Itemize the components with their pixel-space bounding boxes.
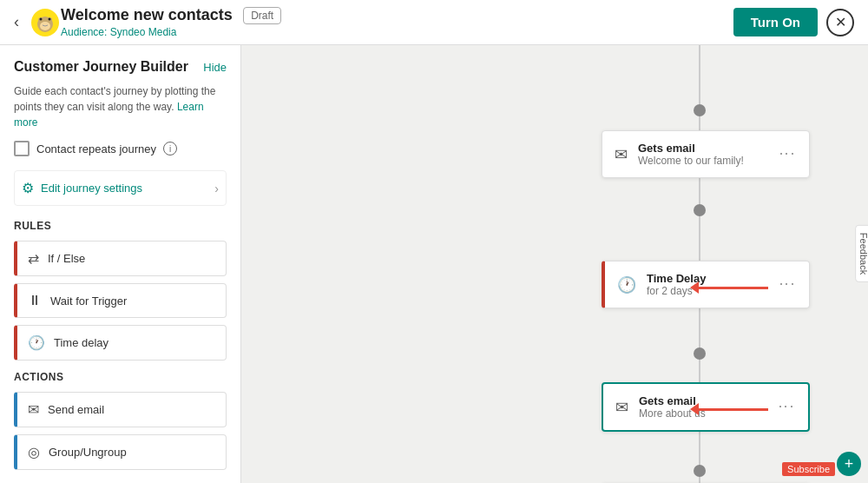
clock-icon-1: 🕐 (617, 275, 636, 294)
audience-link[interactable]: Syndeo Media (110, 26, 177, 38)
wait-for-trigger-rule[interactable]: ⏸ Wait for Trigger (14, 283, 227, 318)
svg-point-5 (40, 17, 43, 20)
journey-canvas: ✉ Gets email Welcome to our family! ⋮ 🕐 … (241, 45, 868, 483)
contact-repeats-label: Contact repeats journey (36, 142, 156, 155)
node-text-1: Gets email Welcome to our family! (638, 142, 767, 167)
node-gets-email-1[interactable]: ✉ Gets email Welcome to our family! ⋮ (602, 130, 810, 178)
hide-sidebar-button[interactable]: Hide (203, 61, 227, 74)
node-menu-3[interactable]: ⋮ (777, 399, 796, 415)
sidebar-title: Customer Journey Builder (14, 59, 188, 75)
page-title: Welcome new contacts (61, 6, 233, 23)
group-ungroup-action[interactable]: ◎ Group/Ungroup (14, 434, 227, 470)
app-header: ‹ Welcome new contacts Draft Audience: S… (0, 0, 868, 45)
audience-info: Audience: Syndeo Media (61, 26, 733, 38)
arrow-line-2 (699, 408, 768, 411)
if-else-icon: ⇄ (28, 250, 39, 267)
sidebar: Customer Journey Builder Hide Guide each… (0, 45, 241, 483)
if-else-rule[interactable]: ⇄ If / Else (14, 241, 227, 276)
node-subtitle-1: Welcome to our family! (638, 155, 767, 167)
send-email-icon: ✉ (28, 401, 39, 418)
arrow-indicator-1 (690, 281, 768, 294)
connector-dot-1 (694, 104, 706, 116)
gear-icon: ⚙ (22, 180, 34, 196)
time-delay-rule[interactable]: 🕐 Time delay (14, 325, 227, 361)
arrow-indicator-2 (690, 403, 768, 415)
info-icon[interactable]: i (163, 142, 177, 155)
draft-badge: Draft (243, 7, 281, 24)
contact-repeats-option: Contact repeats journey i (14, 141, 227, 156)
node-title-1: Gets email (638, 142, 767, 155)
journey-settings-label: Edit journey settings (41, 182, 207, 195)
send-email-action[interactable]: ✉ Send email (14, 392, 227, 427)
back-button[interactable]: ‹ (14, 13, 19, 31)
rules-section-title: Rules (14, 220, 227, 232)
pause-icon: ⏸ (28, 293, 42, 308)
add-step-button[interactable]: + (837, 452, 861, 476)
if-else-label: If / Else (48, 252, 85, 265)
subscribe-badge[interactable]: Subscribe (782, 462, 835, 476)
node-menu-1[interactable]: ⋮ (778, 146, 797, 162)
sidebar-description: Guide each contact's journey by plotting… (14, 83, 227, 130)
contact-repeats-checkbox[interactable] (14, 141, 30, 156)
brand-logo (30, 7, 61, 38)
svg-point-6 (49, 17, 51, 20)
wait-trigger-label: Wait for Trigger (50, 294, 127, 308)
connector-dot-4 (694, 465, 706, 477)
clock-icon: 🕐 (28, 334, 45, 351)
title-block: Welcome new contacts Draft Audience: Syn… (61, 6, 733, 39)
group-ungroup-label: Group/Ungroup (49, 446, 127, 459)
main-layout: Customer Journey Builder Hide Guide each… (0, 45, 868, 483)
feedback-tab[interactable]: Feedback (855, 225, 868, 282)
sidebar-header: Customer Journey Builder Hide (14, 59, 227, 75)
connector-dot-2 (694, 204, 706, 216)
turn-on-button[interactable]: Turn On (733, 8, 818, 36)
time-delay-label: Time delay (54, 336, 108, 349)
group-icon: ◎ (28, 444, 40, 460)
arrow-head-1 (690, 281, 699, 294)
email-icon-2: ✉ (615, 398, 628, 417)
node-menu-2[interactable]: ⋮ (778, 276, 797, 293)
arrow-head-2 (690, 403, 699, 415)
arrow-line-1 (699, 287, 768, 289)
email-icon-1: ✉ (615, 145, 628, 164)
chevron-right-icon: › (214, 182, 219, 195)
actions-section-title: Actions (14, 371, 227, 383)
close-button[interactable]: ✕ (826, 9, 854, 36)
connector-dot-3 (694, 347, 706, 360)
journey-settings-item[interactable]: ⚙ Edit journey settings › (14, 170, 227, 206)
send-email-label: Send email (48, 403, 104, 416)
